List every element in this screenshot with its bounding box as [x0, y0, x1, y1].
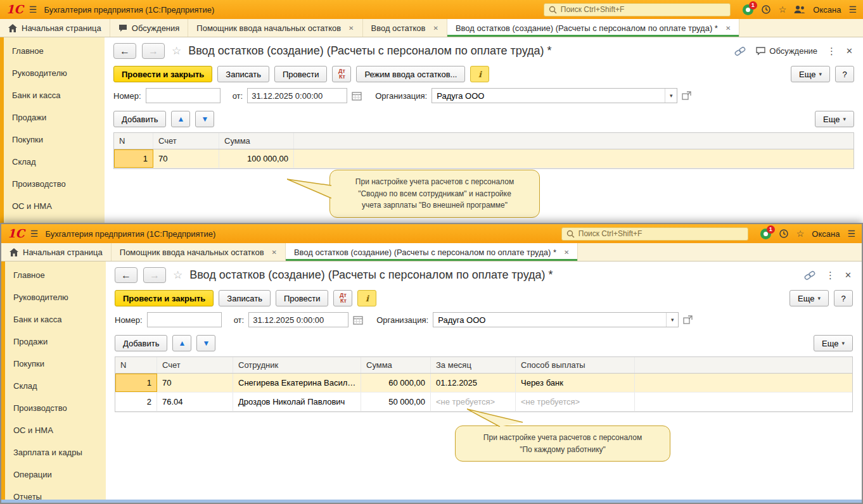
organization-select[interactable]: Радуга ООО ▾: [433, 312, 679, 327]
notifications-icon[interactable]: 1: [760, 229, 771, 239]
column-header-sum[interactable]: Сумма: [219, 133, 294, 149]
move-down-button[interactable]: ▼: [195, 111, 214, 127]
back-button[interactable]: ←: [115, 267, 137, 283]
dtkt-button[interactable]: ДтКт: [332, 66, 351, 82]
sidebar-item-manager[interactable]: Руководителю: [5, 286, 106, 308]
cell-account[interactable]: 76.04: [157, 393, 233, 411]
sidebar-item-salary-hr[interactable]: Зарплата и кадры: [5, 441, 106, 463]
help-button[interactable]: ?: [834, 290, 853, 306]
back-button[interactable]: ←: [113, 43, 136, 59]
tab-discussions[interactable]: Обсуждения: [110, 19, 189, 37]
write-button[interactable]: Записать: [219, 290, 271, 306]
open-item-icon[interactable]: [682, 91, 691, 100]
post-button[interactable]: Провести: [276, 290, 329, 306]
sidebar-item-os-nma[interactable]: ОС и НМА: [4, 195, 105, 217]
calendar-icon[interactable]: [352, 91, 362, 101]
functions-menu-icon[interactable]: ☰: [847, 229, 855, 239]
sidebar-item-purchases[interactable]: Покупки: [5, 353, 106, 375]
sidebar-item-bank-cash[interactable]: Банк и касса: [4, 84, 105, 106]
post-and-close-button[interactable]: Провести и закрыть: [113, 66, 212, 82]
more-menu-icon[interactable]: ⋮: [827, 46, 836, 57]
sidebar-item-bank-cash[interactable]: Банк и касса: [5, 308, 106, 331]
cell-account[interactable]: 70: [153, 149, 219, 168]
add-row-button[interactable]: Добавить: [113, 111, 166, 127]
sidebar-item-warehouse[interactable]: Склад: [5, 375, 106, 397]
close-icon[interactable]: ✕: [348, 25, 354, 32]
main-menu-icon[interactable]: ☰: [29, 4, 37, 15]
column-header-account[interactable]: Счет: [157, 357, 233, 373]
link-icon[interactable]: [803, 270, 816, 280]
organization-select[interactable]: Радуга ООО ▾: [432, 88, 677, 103]
more-button[interactable]: Еще ▾: [789, 290, 829, 306]
close-icon[interactable]: ✕: [433, 25, 438, 32]
dtkt-button[interactable]: ДтКт: [333, 290, 352, 306]
column-header-n[interactable]: N: [114, 133, 153, 149]
sidebar-item-main[interactable]: Главное: [4, 40, 105, 62]
cell-employee[interactable]: Дроздов Николай Павлович: [233, 393, 361, 411]
column-header-employee[interactable]: Сотрудник: [233, 357, 361, 373]
chevron-down-icon[interactable]: ▾: [666, 313, 678, 327]
close-icon[interactable]: ✕: [272, 249, 277, 256]
cell-payment-method[interactable]: Через банк: [516, 374, 635, 392]
calendar-icon[interactable]: [353, 315, 363, 325]
cell-payment-method[interactable]: <не требуется>: [516, 393, 635, 411]
sidebar-item-production[interactable]: Производство: [4, 173, 105, 195]
more-menu-icon[interactable]: ⋮: [826, 270, 835, 281]
tab-balances[interactable]: Ввод остатков ✕: [363, 19, 447, 37]
tab-assistant[interactable]: Помощник ввода начальных остатков ✕: [112, 243, 286, 261]
global-search-input[interactable]: Поиск Ctrl+Shift+F: [561, 227, 748, 241]
forward-button[interactable]: →: [142, 43, 165, 59]
favorite-star-icon[interactable]: ☆: [173, 268, 182, 282]
sidebar-item-production[interactable]: Производство: [5, 397, 106, 419]
post-button[interactable]: Провести: [274, 66, 328, 82]
close-icon[interactable]: ✕: [726, 25, 731, 32]
favorites-icon[interactable]: ☆: [779, 4, 787, 15]
number-input[interactable]: [146, 88, 221, 103]
cell-sum[interactable]: 50 000,00: [361, 393, 431, 411]
forward-button[interactable]: →: [143, 267, 166, 283]
global-search-input[interactable]: Поиск Ctrl+Shift+F: [544, 3, 731, 16]
column-header-month[interactable]: За месяц: [431, 357, 516, 373]
discussion-button[interactable]: Обсуждение: [756, 46, 817, 56]
close-document-icon[interactable]: ✕: [845, 270, 852, 280]
help-button[interactable]: ?: [835, 66, 854, 82]
close-document-icon[interactable]: ✕: [846, 46, 853, 56]
cell-employee[interactable]: Снегирева Екатерина Васил…: [233, 374, 361, 392]
info-button[interactable]: i: [357, 290, 376, 306]
tab-home[interactable]: Начальная страница: [0, 19, 110, 37]
functions-menu-icon[interactable]: ☰: [848, 4, 857, 15]
more-button[interactable]: Еще ▾: [791, 66, 830, 82]
cell-account[interactable]: 70: [157, 374, 233, 392]
tab-balances-create-active[interactable]: Ввод остатков (создание) (Расчеты с перс…: [286, 243, 578, 261]
cell-n[interactable]: 2: [115, 393, 157, 411]
cell-sum[interactable]: 60 000,00: [361, 374, 431, 392]
cell-n[interactable]: 1: [115, 374, 157, 392]
history-icon[interactable]: [779, 229, 789, 239]
sidebar-item-manager[interactable]: Руководителю: [4, 62, 105, 84]
sidebar-item-operations[interactable]: Операции: [5, 463, 106, 486]
favorites-icon[interactable]: ☆: [796, 229, 805, 239]
tab-assistant[interactable]: Помощник ввода начальных остатков ✕: [188, 19, 362, 37]
sidebar-item-warehouse[interactable]: Склад: [4, 151, 105, 173]
close-icon[interactable]: ✕: [564, 249, 569, 256]
move-up-button[interactable]: ▲: [171, 111, 190, 127]
column-header-n[interactable]: N: [115, 357, 157, 373]
column-header-sum[interactable]: Сумма: [361, 357, 431, 373]
history-icon[interactable]: [761, 4, 771, 15]
number-input[interactable]: [147, 312, 222, 327]
post-and-close-button[interactable]: Провести и закрыть: [115, 290, 214, 306]
cell-sum[interactable]: 100 000,00: [219, 149, 294, 168]
current-user[interactable]: Оксана: [812, 229, 840, 239]
favorite-star-icon[interactable]: ☆: [172, 44, 181, 58]
entry-mode-button[interactable]: Режим ввода остатков...: [356, 66, 465, 82]
current-user[interactable]: Оксана: [813, 5, 841, 15]
users-icon[interactable]: [794, 5, 805, 14]
main-menu-icon[interactable]: ☰: [30, 229, 39, 239]
cell-n[interactable]: 1: [114, 149, 153, 168]
info-button[interactable]: i: [470, 66, 489, 82]
sidebar-item-main[interactable]: Главное: [5, 264, 106, 286]
column-header-payment-method[interactable]: Способ выплаты: [516, 357, 635, 373]
date-input[interactable]: 31.12.2025 0:00:00: [247, 88, 347, 103]
grid-more-button[interactable]: Еще ▾: [814, 335, 853, 351]
sidebar-item-purchases[interactable]: Покупки: [4, 129, 105, 151]
